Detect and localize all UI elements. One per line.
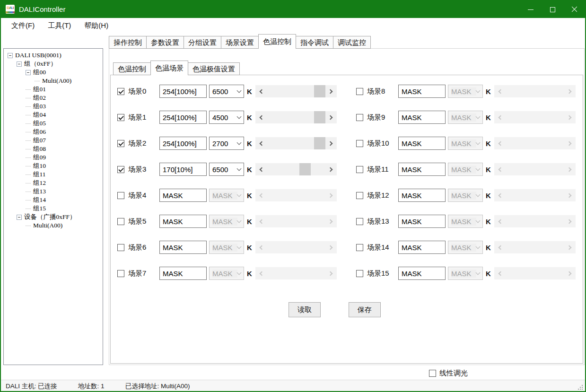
scene-cct-dropdown[interactable]: MASK (448, 215, 483, 228)
scene-enable-checkbox[interactable] (117, 88, 124, 95)
scene-cct-dropdown[interactable]: MASK (448, 163, 483, 176)
scrollbar-right-arrow[interactable] (325, 111, 337, 123)
scene-enable-checkbox[interactable] (356, 218, 363, 225)
tree-item[interactable]: 组01 (4, 85, 103, 94)
scene-enable-checkbox[interactable] (117, 140, 124, 147)
scrollbar-left-arrow[interactable] (255, 137, 267, 149)
scrollbar-track[interactable] (267, 85, 325, 97)
tab-main-3[interactable]: 场景设置 (221, 36, 259, 49)
scene-level-input[interactable] (159, 189, 207, 202)
scene-cct-dropdown[interactable]: 4500 (209, 111, 244, 124)
scrollbar-left-arrow[interactable] (255, 111, 267, 123)
scene-cct-dropdown[interactable]: MASK (209, 215, 244, 228)
tree-collapse-icon[interactable] (26, 70, 31, 75)
tree-item[interactable]: 组10 (4, 162, 103, 170)
scene-cct-dropdown[interactable]: 6500 (209, 163, 244, 176)
tree-item[interactable]: Multi(A00) (4, 77, 103, 85)
menu-item[interactable]: 工具(T) (41, 21, 78, 30)
tree-item[interactable]: 组05 (4, 119, 103, 128)
scrollbar-right-arrow[interactable] (325, 137, 337, 149)
scrollbar-left-arrow[interactable] (255, 163, 267, 175)
scene-enable-checkbox[interactable] (117, 270, 124, 277)
scene-level-input[interactable] (159, 241, 207, 254)
scene-cct-dropdown[interactable]: MASK (448, 111, 483, 124)
tree-item[interactable]: 组13 (4, 187, 103, 196)
scrollbar-track[interactable] (267, 111, 325, 123)
tab-sub-0[interactable]: 色温控制 (113, 62, 151, 75)
tree-item[interactable]: 组11 (4, 170, 103, 179)
scene-enable-checkbox[interactable] (117, 218, 124, 225)
scene-cct-dropdown[interactable]: MASK (448, 241, 483, 254)
scene-level-input[interactable] (398, 215, 446, 228)
scene-enable-checkbox[interactable] (356, 192, 363, 199)
scene-cct-scrollbar[interactable] (255, 111, 337, 123)
close-button[interactable] (563, 1, 585, 18)
scene-enable-checkbox[interactable] (356, 140, 363, 147)
scene-level-input[interactable] (398, 85, 446, 98)
scene-cct-scrollbar[interactable] (255, 137, 337, 149)
tree-item[interactable]: 设备（广播0xFF） (4, 213, 103, 221)
scene-cct-dropdown[interactable]: MASK (448, 267, 483, 280)
scene-level-input[interactable] (159, 137, 207, 150)
read-button[interactable]: 读取 (289, 302, 321, 317)
scene-cct-dropdown[interactable]: MASK (448, 189, 483, 202)
scene-enable-checkbox[interactable] (117, 244, 124, 251)
scrollbar-right-arrow[interactable] (325, 85, 337, 97)
tree-collapse-icon[interactable] (8, 53, 13, 58)
tree-item[interactable]: 组（0xFF） (4, 60, 103, 68)
maximize-button[interactable] (542, 1, 563, 18)
scene-cct-dropdown[interactable]: MASK (448, 137, 483, 150)
scene-cct-dropdown[interactable]: MASK (209, 241, 244, 254)
scene-cct-dropdown[interactable]: MASK (209, 267, 244, 280)
tab-sub-2[interactable]: 色温极值设置 (188, 62, 240, 75)
tree-item[interactable]: 组02 (4, 94, 103, 102)
tree-item[interactable]: 组00 (4, 68, 103, 77)
scene-level-input[interactable] (159, 267, 207, 280)
scene-enable-checkbox[interactable] (356, 270, 363, 277)
scene-enable-checkbox[interactable] (356, 114, 363, 121)
resize-grip-icon[interactable] (577, 384, 583, 390)
scene-enable-checkbox[interactable] (356, 244, 363, 251)
scene-cct-dropdown[interactable]: MASK (209, 189, 244, 202)
scene-level-input[interactable] (398, 111, 446, 124)
tree-item[interactable]: 组04 (4, 111, 103, 119)
scrollbar-left-arrow[interactable] (255, 85, 267, 97)
tree-collapse-icon[interactable] (17, 215, 22, 220)
tree-item[interactable]: 组08 (4, 145, 103, 153)
scrollbar-thumb[interactable] (314, 85, 325, 97)
scrollbar-thumb[interactable] (299, 163, 311, 175)
tree-item[interactable]: DALI USB(0001) (4, 51, 103, 60)
tree-item[interactable]: 组09 (4, 153, 103, 162)
linear-dimming-checkbox[interactable] (429, 370, 436, 377)
tree-item[interactable]: 组12 (4, 179, 103, 187)
tree-item[interactable]: 组15 (4, 204, 103, 213)
menu-item[interactable]: 帮助(H) (78, 21, 115, 30)
tree-item[interactable]: 组03 (4, 102, 103, 111)
scene-level-input[interactable] (159, 163, 207, 176)
tab-main-1[interactable]: 参数设置 (146, 36, 184, 49)
scene-level-input[interactable] (398, 189, 446, 202)
scene-enable-checkbox[interactable] (117, 114, 124, 121)
menu-item[interactable]: 文件(F) (5, 21, 41, 30)
save-button[interactable]: 保存 (349, 302, 381, 317)
scene-enable-checkbox[interactable] (117, 192, 124, 199)
tab-main-0[interactable]: 操作控制 (109, 36, 147, 49)
scene-cct-dropdown[interactable]: MASK (448, 85, 483, 98)
scene-cct-dropdown[interactable]: 2700 (209, 137, 244, 150)
minimize-button[interactable] (520, 1, 542, 18)
scene-enable-checkbox[interactable] (356, 88, 363, 95)
tree-collapse-icon[interactable] (17, 61, 22, 67)
scene-level-input[interactable] (159, 85, 207, 98)
scrollbar-track[interactable] (267, 137, 325, 149)
tab-main-5[interactable]: 指令调试 (296, 36, 333, 49)
scrollbar-thumb[interactable] (314, 137, 325, 149)
scene-level-input[interactable] (398, 267, 446, 280)
scene-cct-scrollbar[interactable] (255, 163, 337, 175)
scene-level-input[interactable] (398, 137, 446, 150)
tree-item[interactable]: 组14 (4, 196, 103, 204)
scrollbar-thumb[interactable] (314, 111, 325, 123)
scene-level-input[interactable] (398, 163, 446, 176)
tree-item[interactable]: Multi(A00) (4, 221, 103, 230)
scene-cct-dropdown[interactable]: 6500 (209, 85, 244, 98)
scene-enable-checkbox[interactable] (117, 166, 124, 173)
